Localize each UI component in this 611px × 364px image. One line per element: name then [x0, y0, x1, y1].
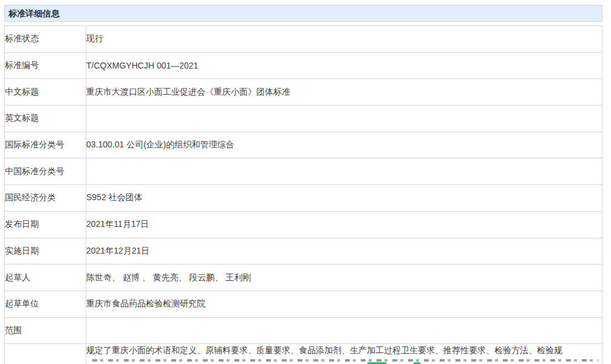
field-value: 2021年11月17日	[86, 211, 602, 238]
page: { "panel": { "title": "标准详细信息", "header_…	[0, 0, 611, 364]
scope-description-text: 规定了重庆小面的术语和定义、原辅料要求、质量要求、食品添加剂、生产加工过程卫生要…	[86, 344, 562, 356]
field-label: 范围	[5, 317, 86, 344]
field-label: 标准状态	[5, 26, 86, 53]
table-row-economic-classification: 国民经济分类 S952 社会团体	[5, 185, 602, 212]
field-value	[86, 158, 602, 185]
field-value: 03.100.01 公司(企业)的组织和管理综合	[86, 132, 602, 158]
field-label: 起草单位	[5, 291, 86, 317]
field-label: 起草人	[5, 265, 86, 291]
field-label: 标准编号	[5, 52, 86, 79]
table-row-scope-label: 范围	[5, 317, 602, 344]
field-label: 国际标准分类号	[5, 132, 86, 158]
field-value	[86, 106, 602, 132]
panel-title: 标准详细信息	[4, 5, 602, 22]
field-label: 发布日期	[5, 211, 86, 238]
field-label: 中国标准分类号	[5, 158, 86, 185]
table-row-implementation-date: 实施日期 2021年12月21日	[5, 238, 602, 265]
field-label: 英文标题	[5, 106, 86, 132]
table-row-publish-date: 发布日期 2021年11月17日	[5, 211, 602, 238]
field-value: 2021年12月21日	[86, 238, 602, 265]
field-label	[5, 344, 86, 364]
field-value: 重庆市大渡口区小面工业促进会《重庆小面》团体标准	[86, 79, 602, 106]
table-row-english-title: 英文标题	[5, 106, 602, 132]
field-value: T/CQXMGYHCJH 001—2021	[86, 52, 602, 79]
field-value: 现行	[86, 26, 602, 53]
table-row-standard-number: 标准编号 T/CQXMGYHCJH 001—2021	[5, 52, 602, 79]
table-row-standard-status: 标准状态 现行	[5, 26, 602, 53]
table-row-drafters: 起草人 陈世奇、 赵博 、 黄先亮、 段云鹏、 王利刚	[5, 265, 602, 291]
table-row-ccs-number: 中国标准分类号	[5, 158, 602, 185]
standard-detail-panel: 标准详细信息 标准状态 现行 标准编号 T/CQXMGYHCJH 001—202…	[4, 5, 602, 364]
table-row-ics-number: 国际标准分类号 03.100.01 公司(企业)的组织和管理综合	[5, 132, 602, 158]
standard-detail-table: 标准状态 现行 标准编号 T/CQXMGYHCJH 001—2021 中文标题 …	[4, 25, 602, 364]
field-label: 国民经济分类	[5, 185, 86, 212]
field-value: 陈世奇、 赵博 、 黄先亮、 段云鹏、 王利刚	[86, 265, 602, 291]
clipped-text-line-artifact	[92, 359, 598, 362]
field-value: 重庆市食品药品检验检测研究院	[86, 291, 602, 317]
field-label: 实施日期	[5, 238, 86, 265]
field-label: 中文标题	[5, 79, 86, 106]
table-row-chinese-title: 中文标题 重庆市大渡口区小面工业促进会《重庆小面》团体标准	[5, 79, 602, 106]
table-row-drafting-organization: 起草单位 重庆市食品药品检验检测研究院	[5, 291, 602, 317]
field-value	[86, 317, 602, 344]
field-value: S952 社会团体	[86, 185, 602, 212]
